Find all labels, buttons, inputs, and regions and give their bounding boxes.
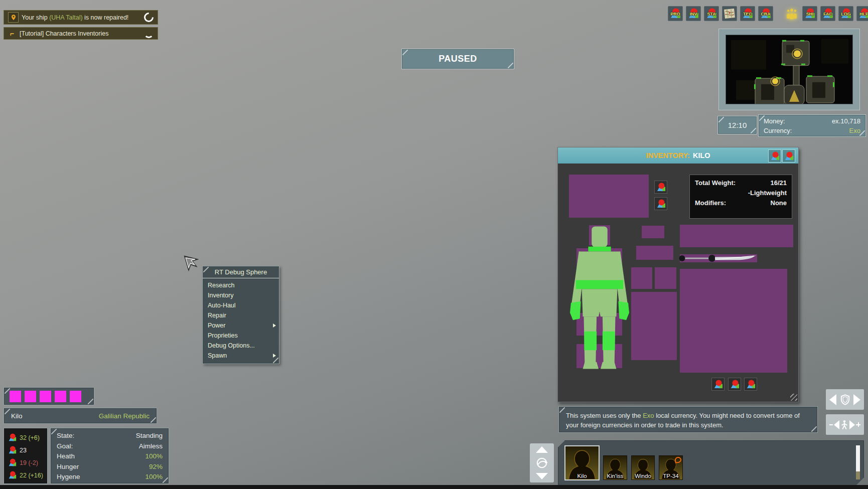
toolbar-button-cra[interactable]: CRA bbox=[758, 6, 773, 21]
stat-icon bbox=[8, 446, 17, 454]
menu-item-research[interactable]: Research bbox=[203, 280, 279, 290]
refresh-icon[interactable] bbox=[144, 13, 154, 22]
info-label: Hunger bbox=[57, 462, 79, 472]
info-value: 92% bbox=[149, 462, 163, 472]
weight-modifier: -Lightweight bbox=[748, 188, 787, 198]
submenu-arrow-icon bbox=[273, 354, 276, 358]
inventory-character-name: KILO bbox=[693, 151, 710, 159]
modifiers-value: None bbox=[771, 198, 787, 208]
info-label: State: bbox=[57, 431, 74, 441]
menu-item-proprieties[interactable]: Proprieties bbox=[203, 331, 279, 341]
minimap-view[interactable] bbox=[726, 35, 853, 104]
sword-item[interactable] bbox=[679, 253, 757, 263]
shield-icon[interactable] bbox=[839, 394, 851, 405]
character-name: Kilo bbox=[11, 412, 23, 420]
crew-portrait-windo[interactable]: Windo bbox=[631, 455, 655, 480]
inventory-slot[interactable] bbox=[631, 267, 652, 289]
info-value: 100% bbox=[145, 451, 163, 462]
context-menu: RT Debug Sphere Research Inventory Auto-… bbox=[202, 266, 279, 364]
scroll-up-icon[interactable] bbox=[536, 446, 548, 453]
crew-portrait-tp34[interactable]: TP-34 bbox=[659, 455, 683, 480]
prev-arrow-icon[interactable] bbox=[829, 394, 836, 405]
toolbar-button-pro[interactable]: PRO bbox=[668, 6, 683, 21]
ship-minimap bbox=[726, 35, 852, 104]
inventory-slot[interactable] bbox=[631, 292, 677, 360]
mood-square bbox=[70, 391, 81, 402]
currency-label: Currency: bbox=[764, 126, 792, 135]
info-value: Standing bbox=[136, 431, 163, 441]
notification-text: Your ship (UHA Taltal) is now repaired! bbox=[22, 14, 128, 21]
notification-tutorial[interactable]: ¬ [Tutorial] Characters Inventories bbox=[4, 27, 158, 40]
toolbar-button-sta[interactable]: STA bbox=[704, 6, 719, 21]
crew-portrait-kilo[interactable]: Kilo bbox=[564, 445, 600, 480]
menu-item-spawn[interactable]: Spawn bbox=[203, 351, 279, 361]
menu-item-power[interactable]: Power bbox=[203, 320, 279, 331]
inventory-slot[interactable] bbox=[636, 246, 673, 260]
toolbar-button-map[interactable] bbox=[722, 6, 737, 21]
minimap-frame[interactable] bbox=[718, 29, 860, 110]
mood-square bbox=[10, 391, 21, 402]
submenu-arrow-icon bbox=[273, 323, 276, 328]
inventory-icon-button[interactable] bbox=[744, 378, 757, 391]
next-arrow-icon[interactable] bbox=[853, 394, 860, 405]
faction-logo-icon[interactable] bbox=[535, 456, 548, 469]
crew-scroll-control bbox=[530, 443, 554, 482]
inventory-icon-button[interactable] bbox=[654, 197, 667, 210]
toolbar-button-log[interactable]: LOG bbox=[838, 6, 853, 21]
mood-square bbox=[55, 391, 66, 402]
person-icon[interactable] bbox=[839, 419, 849, 430]
toolbar-button-tec[interactable]: TEC bbox=[740, 6, 755, 21]
info-label: Heath bbox=[57, 451, 75, 462]
game-screen: Your ship (UHA Taltal) is now repaired! … bbox=[0, 0, 868, 489]
inventory-header-button-1[interactable] bbox=[768, 149, 781, 162]
next-arrow-icon[interactable] bbox=[849, 420, 855, 429]
stat-icon bbox=[8, 471, 17, 479]
finance-panel: Money:ex.10,718 Currency:Exo bbox=[758, 114, 866, 137]
info-value: Aimless bbox=[139, 441, 163, 452]
inventory-icon-button[interactable] bbox=[654, 181, 667, 194]
crew-bar-scrollbar[interactable] bbox=[856, 445, 860, 479]
stat-icon bbox=[8, 433, 17, 442]
character-faction: Galilian Republic bbox=[99, 412, 150, 420]
scroll-down-icon[interactable] bbox=[536, 473, 548, 479]
currency-value: Exo bbox=[849, 126, 860, 135]
character-info-box: State:Standing Goal:Aimless Heath100% Hu… bbox=[50, 428, 169, 484]
inventory-slot[interactable] bbox=[569, 175, 649, 218]
stat-value: 19 (-2) bbox=[20, 459, 38, 466]
crew-icon bbox=[785, 8, 798, 20]
inventory-slot[interactable] bbox=[680, 269, 787, 373]
inventory-title: INVENTORY: bbox=[646, 151, 690, 159]
menu-item-auto-haul[interactable]: Auto-Haul bbox=[203, 300, 279, 310]
menu-item-inventory[interactable]: Inventory bbox=[203, 290, 279, 300]
weight-value: 16/21 bbox=[770, 178, 787, 188]
inventory-icon-button[interactable] bbox=[711, 378, 725, 391]
crew-bar: Kilo Kin'iss Windo TP-34 bbox=[558, 440, 864, 485]
tutorial-icon: ¬ bbox=[8, 29, 17, 38]
crew-portrait-kiniss[interactable]: Kin'iss bbox=[603, 455, 627, 480]
inventory-icon-button[interactable] bbox=[728, 378, 741, 391]
toolbar-button-inv[interactable]: INV bbox=[686, 6, 701, 21]
money-label: Money: bbox=[764, 116, 785, 126]
minus-icon bbox=[829, 424, 833, 425]
menu-item-repair[interactable]: Repair bbox=[203, 310, 279, 320]
info-label: Goal: bbox=[57, 441, 73, 452]
toolbar-button-fac[interactable]: FAC bbox=[820, 6, 835, 21]
inventory-slot[interactable] bbox=[655, 267, 676, 289]
toolbar-button-shi[interactable]: SHI bbox=[802, 6, 817, 21]
menu-item-debug-options[interactable]: Debug Options... bbox=[203, 341, 279, 351]
inventory-slot[interactable] bbox=[680, 225, 793, 247]
map-icon bbox=[724, 8, 736, 20]
bottom-edge-strip bbox=[0, 485, 868, 489]
inventory-slot[interactable] bbox=[642, 226, 664, 238]
inventory-panel: INVENTORY: KILO Total Weight:16/21 -Ligh… bbox=[557, 147, 799, 402]
mood-square bbox=[25, 391, 36, 402]
inventory-header[interactable]: INVENTORY: KILO bbox=[558, 147, 798, 164]
top-toolbar: PRO INV STA TEC CRA SHI FAC LOG HLP bbox=[668, 6, 868, 21]
prev-arrow-icon[interactable] bbox=[834, 420, 839, 429]
toolbar-button-hlp[interactable]: HLP bbox=[856, 6, 868, 21]
toolbar-button-crew[interactable] bbox=[784, 6, 799, 21]
notification-ship-repaired[interactable]: Your ship (UHA Taltal) is now repaired! bbox=[4, 10, 158, 25]
inventory-header-button-2[interactable] bbox=[782, 149, 795, 162]
character-stats-box: 32 (+6) 23 19 (-2) 22 (+16) bbox=[4, 428, 48, 484]
stat-value: 22 (+16) bbox=[20, 472, 43, 479]
